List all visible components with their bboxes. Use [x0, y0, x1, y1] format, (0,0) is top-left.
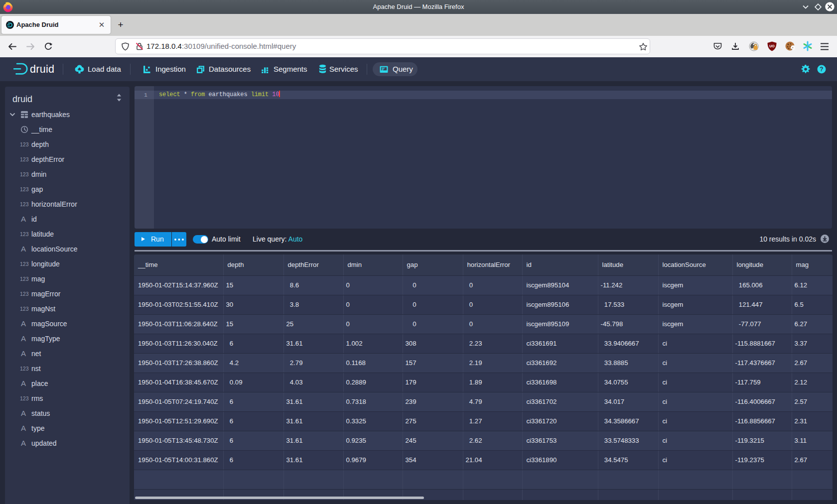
svg-text:UO: UO [769, 44, 775, 48]
svg-text:?: ? [820, 66, 823, 73]
